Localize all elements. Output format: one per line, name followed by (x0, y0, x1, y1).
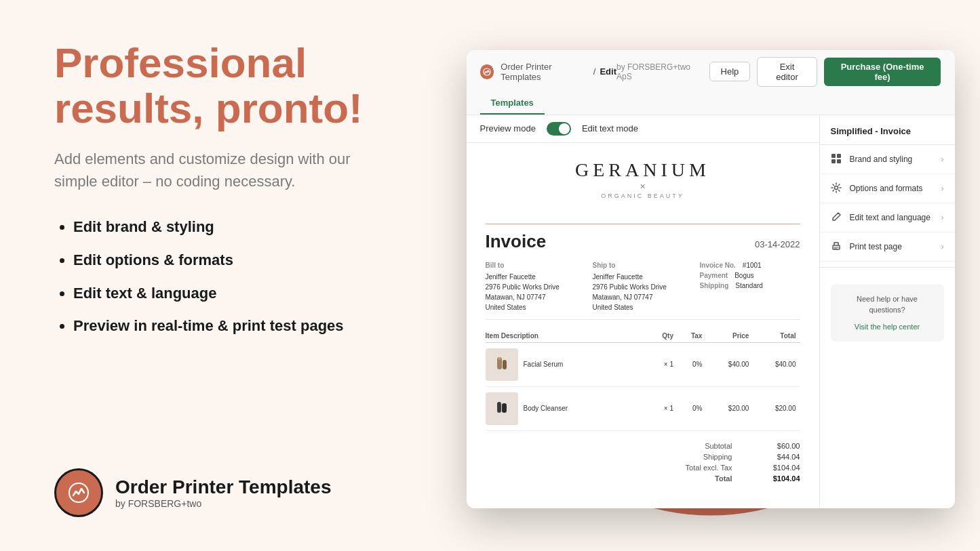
item-1-qty: × 1 (648, 342, 678, 386)
gear-icon (831, 182, 843, 195)
svg-rect-3 (497, 402, 501, 413)
total-excl-row: Total excl. Tax $104.04 (665, 464, 800, 472)
item-2-price: $20.00 (706, 386, 753, 430)
app-header: Order Printer Templates / Edit by FORSBE… (467, 50, 955, 115)
invoice-no-label: Invoice No. (700, 262, 736, 269)
invoice-brand-x: ✕ (486, 182, 800, 191)
sidebar-print-label: Print test page (850, 242, 902, 251)
item-2-name: Body Cleanser (524, 405, 568, 412)
app-body: Preview mode Edit text mode GERANIUM ✕ O… (467, 115, 955, 508)
subtotal-label: Subtotal (665, 442, 732, 450)
help-button[interactable]: Help (709, 62, 751, 81)
pencil-icon (831, 211, 843, 224)
col-total: Total (753, 329, 800, 343)
bullet-item-3: Edit text & language (73, 283, 393, 304)
bill-to-block: Bill to Jeniffer Faucette2976 Public Wor… (486, 262, 586, 312)
edit-text-mode-label: Edit text mode (582, 123, 638, 134)
sidebar-item-print[interactable]: Print test page › (820, 232, 955, 262)
bill-address: Jeniffer Faucette2976 Public Works Drive… (486, 272, 586, 312)
invoice-table: Item Description Qty Tax Price Total (486, 329, 800, 431)
sidebar-item-text[interactable]: Edit text and language › (820, 203, 955, 232)
brand-sub: by FORSBERG+two (115, 498, 331, 509)
invoice-preview: GERANIUM ✕ ORGANIC BEAUTY Invoice 03-14-… (467, 143, 819, 508)
grid-icon (831, 153, 843, 165)
bullet-item-1: Edit brand & styling (73, 217, 393, 238)
item-1-tax: 0% (678, 342, 706, 386)
preview-toggle[interactable] (547, 122, 571, 136)
col-price: Price (706, 329, 753, 343)
breadcrumb-app: Order Printer Templates (501, 62, 589, 82)
svg-rect-6 (837, 154, 841, 158)
tab-templates[interactable]: Templates (480, 92, 545, 115)
invoice-no-value: #1001 (743, 262, 762, 269)
sidebar-item-options[interactable]: Options and formats › (820, 174, 955, 203)
sidebar-item-print-left: Print test page (831, 241, 902, 253)
bullet-item-2: Edit options & formats (73, 250, 393, 271)
svg-rect-8 (837, 159, 841, 163)
breadcrumb-edit: Edit (600, 66, 616, 77)
hero-section: Professional results, pronto! Add elemen… (54, 41, 393, 337)
app-header-top: Order Printer Templates / Edit by FORSBE… (480, 57, 941, 87)
hero-subtitle: Add elements and customize design with o… (54, 148, 393, 192)
brand-text: Order Printer Templates by FORSBERG+two (115, 476, 331, 509)
bullet-item-4: Preview in real-time & print test pages (73, 316, 393, 337)
sidebar-item-brand[interactable]: Brand and styling › (820, 145, 955, 174)
hero-title: Professional results, pronto! (54, 41, 393, 131)
item-2-qty: × 1 (648, 386, 678, 430)
svg-point-9 (834, 186, 838, 189)
app-window: Order Printer Templates / Edit by FORSBE… (467, 50, 955, 508)
item-2-name-cell: Body Cleanser (486, 386, 649, 430)
grand-total-label: Total (665, 474, 732, 483)
header-buttons: by FORSBERG+two ApS Help Exit editor Pur… (616, 57, 941, 87)
printer-icon (831, 241, 843, 253)
invoice-brand-name: GERANIUM (486, 159, 800, 181)
invoice-totals: Subtotal $60.00 Shipping $44.04 Total ex… (486, 442, 800, 483)
invoice-title: Invoice (486, 231, 547, 252)
item-1-price: $40.00 (706, 342, 753, 386)
chevron-right-icon: › (941, 184, 944, 193)
invoice-brand-sub: ORGANIC BEAUTY (486, 192, 800, 199)
svg-point-2 (498, 357, 501, 360)
svg-rect-7 (831, 159, 836, 163)
sidebar-item-text-left: Edit text and language (831, 211, 930, 224)
shipping-total-label: Shipping (665, 453, 732, 461)
ship-to-block: Ship to Jeniffer Faucette2976 Public Wor… (593, 262, 693, 312)
svg-rect-1 (503, 360, 507, 369)
item-1-name-cell: Facial Serum (486, 342, 649, 386)
invoice-address-row: Bill to Jeniffer Faucette2976 Public Wor… (486, 262, 800, 320)
product-thumb-1 (486, 348, 518, 381)
purchase-button[interactable]: Purchase (One-time fee) (824, 58, 941, 86)
shipping-value: Standard (735, 282, 763, 289)
app-tabs: Templates (480, 92, 941, 115)
total-excl-label: Total excl. Tax (665, 464, 732, 472)
help-box: Need help or have questions? Visit the h… (831, 284, 944, 342)
preview-mode-label: Preview mode (480, 123, 536, 134)
breadcrumb: Order Printer Templates / Edit (480, 62, 617, 82)
left-panel: Professional results, pronto! Add elemen… (0, 0, 441, 551)
by-forsberg-label: by FORSBERG+two ApS (616, 62, 703, 81)
bill-to-label: Bill to (486, 262, 586, 269)
item-2-tax: 0% (678, 386, 706, 430)
item-2-total: $20.00 (753, 386, 800, 430)
col-tax: Tax (678, 329, 706, 343)
subtotal-row: Subtotal $60.00 (665, 442, 800, 450)
sidebar-item-options-left: Options and formats (831, 182, 923, 195)
col-qty: Qty (648, 329, 678, 343)
shipping-total-value: $44.04 (760, 453, 800, 461)
invoice-logo-section: GERANIUM ✕ ORGANIC BEAUTY (486, 159, 800, 210)
total-excl-value: $104.04 (760, 464, 800, 472)
sidebar-title: Simplified - Invoice (820, 126, 955, 145)
payment-label: Payment (700, 272, 728, 279)
exit-editor-button[interactable]: Exit editor (757, 57, 817, 87)
brand-name: Order Printer Templates (115, 476, 331, 498)
invoice-meta-block: Invoice No. #1001 Payment Bogus Shipping… (700, 262, 800, 312)
help-center-link[interactable]: Visit the help center (855, 323, 920, 331)
item-1-name: Facial Serum (524, 361, 564, 368)
chevron-right-icon: › (941, 242, 944, 251)
table-row: Body Cleanser × 1 0% $20.00 $20.00 (486, 386, 800, 430)
mode-bar: Preview mode Edit text mode (467, 115, 819, 143)
help-box-text: Need help or have questions? (840, 293, 935, 316)
subtotal-value: $60.00 (760, 442, 800, 450)
shipping-total-row: Shipping $44.04 (665, 453, 800, 461)
svg-rect-4 (502, 403, 507, 413)
